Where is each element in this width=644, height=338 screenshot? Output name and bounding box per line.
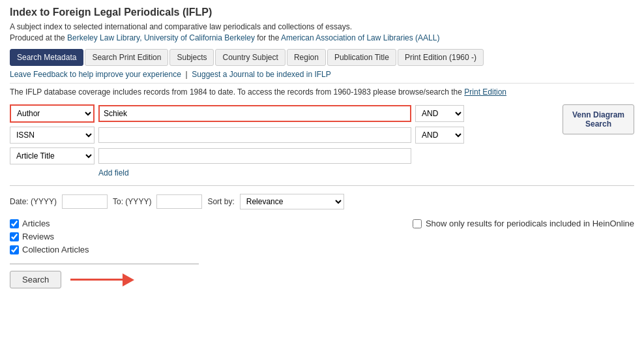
subtitle-line1: A subject index to selected internationa…: [10, 22, 634, 31]
info-links-bar: Leave Feedback to help improve your expe…: [10, 70, 634, 84]
search-button[interactable]: Search: [10, 271, 61, 288]
articles-checkbox-label[interactable]: Articles: [10, 219, 89, 228]
date-to-label: To: (YYYY): [113, 197, 151, 206]
print-edition-link[interactable]: Print Edition: [464, 87, 506, 97]
field-select-3[interactable]: Author ISSN Article Title Publication Ti…: [10, 147, 95, 164]
bool-select-1[interactable]: AND OR NOT: [415, 105, 464, 122]
venn-diagram-button[interactable]: Venn DiagramSearch: [563, 104, 634, 134]
search-fields-block: Author ISSN Article Title Publication Ti…: [10, 104, 549, 177]
arrow-indicator: [70, 273, 134, 286]
subtitle-line2: Produced at the Berkeley Law Library, Un…: [10, 33, 634, 42]
collection-articles-checkbox[interactable]: [10, 245, 19, 254]
date-from-label: Date: (YYYY): [10, 197, 57, 206]
subtitle-for: for the: [255, 33, 281, 42]
add-field-link[interactable]: Add field: [98, 168, 549, 177]
page-title: Index to Foreign Legal Periodicals (IFLP…: [10, 7, 634, 18]
reviews-checkbox[interactable]: [10, 232, 19, 241]
hein-label: Show only results for periodicals includ…: [426, 219, 634, 228]
divider-1: [10, 185, 634, 186]
search-row-3: Author ISSN Article Title Publication Ti…: [10, 147, 549, 164]
search-row-1: Author ISSN Article Title Publication Ti…: [10, 104, 549, 123]
hein-checkbox-container: Show only results for periodicals includ…: [413, 219, 634, 228]
tab-navigation: Search Metadata Search Print Edition Sub…: [10, 49, 634, 66]
field-select-1[interactable]: Author ISSN Article Title Publication Ti…: [10, 104, 95, 123]
sort-select[interactable]: Relevance Date (Newest First) Date (Olde…: [240, 194, 344, 209]
search-button-row: Search: [10, 271, 634, 288]
hein-checkbox-label[interactable]: Show only results for periodicals includ…: [413, 219, 634, 228]
subtitle-produced: Produced at the: [10, 33, 67, 42]
reviews-checkbox-label[interactable]: Reviews: [10, 232, 89, 241]
underline-bar: [10, 264, 199, 264]
arrow-shaft: [70, 279, 123, 281]
search-section: Author ISSN Article Title Publication Ti…: [10, 104, 634, 177]
articles-checkbox[interactable]: [10, 219, 19, 228]
tab-publication-title[interactable]: Publication Title: [327, 49, 396, 66]
collection-articles-checkbox-label[interactable]: Collection Articles: [10, 245, 89, 254]
tab-search-metadata[interactable]: Search Metadata: [10, 49, 83, 66]
feedback-link[interactable]: Leave Feedback to help improve your expe…: [10, 70, 181, 79]
articles-label: Articles: [22, 219, 50, 228]
search-input-2[interactable]: [98, 127, 411, 143]
sort-label: Sort by:: [207, 197, 234, 206]
collection-articles-label: Collection Articles: [22, 245, 89, 254]
tab-region[interactable]: Region: [287, 49, 326, 66]
bool-select-2[interactable]: AND OR NOT: [415, 127, 464, 144]
coverage-note: The IFLP database coverage includes reco…: [10, 87, 634, 97]
date-from-input[interactable]: [62, 194, 108, 209]
search-input-1[interactable]: [98, 105, 411, 122]
aall-link[interactable]: American Association of Law Libraries (A…: [281, 33, 439, 42]
checkbox-section: Articles Reviews Collection Articles Sho…: [10, 219, 634, 254]
suggest-journal-link[interactable]: Suggest a Journal to be indexed in IFLP: [192, 70, 330, 79]
hein-checkbox[interactable]: [413, 219, 422, 228]
reviews-label: Reviews: [22, 232, 54, 241]
date-to-input[interactable]: [156, 194, 202, 209]
field-select-2[interactable]: Author ISSN Article Title Publication Ti…: [10, 127, 95, 144]
arrow-head: [123, 273, 134, 286]
content-type-checkboxes: Articles Reviews Collection Articles: [10, 219, 89, 254]
tab-print-edition[interactable]: Print Edition (1960 -): [398, 49, 484, 66]
berkeley-link[interactable]: Berkeley Law Library, University of Cali…: [67, 33, 255, 42]
tab-search-print-edition[interactable]: Search Print Edition: [85, 49, 168, 66]
venn-section: Venn DiagramSearch: [563, 104, 634, 134]
tab-subjects[interactable]: Subjects: [169, 49, 214, 66]
date-sort-row: Date: (YYYY) To: (YYYY) Sort by: Relevan…: [10, 194, 634, 209]
search-input-3[interactable]: [98, 148, 411, 164]
search-row-2: Author ISSN Article Title Publication Ti…: [10, 127, 549, 144]
tab-country-subject[interactable]: Country Subject: [215, 49, 285, 66]
